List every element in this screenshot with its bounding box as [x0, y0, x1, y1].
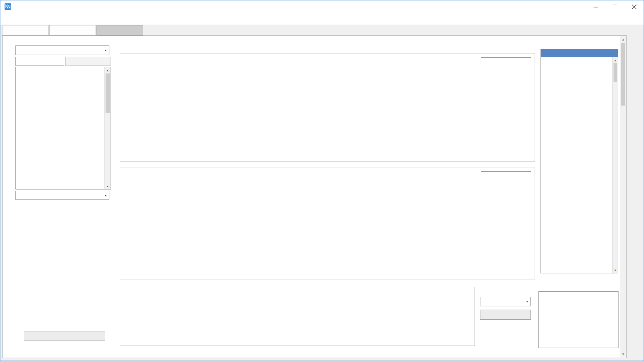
channel-select[interactable]: ▼: [480, 297, 531, 306]
minimize-button[interactable]: [586, 0, 605, 13]
window-controls: [586, 0, 644, 13]
scroll-up-icon[interactable]: ▲: [105, 67, 111, 73]
time-waveform-chart[interactable]: [120, 53, 535, 162]
app-icon: [4, 3, 12, 10]
main-scrollbar-thumb[interactable]: [621, 43, 625, 106]
app-window: ▼ ▲ ▼ ▼: [0, 0, 644, 361]
analysis-type-select[interactable]: ▼: [15, 191, 109, 200]
chevron-down-icon: ▼: [102, 49, 109, 52]
overview-waveform-chart[interactable]: [120, 287, 475, 346]
tab-channel-settings[interactable]: [49, 25, 96, 35]
scroll-up-icon[interactable]: ▲: [620, 36, 626, 42]
chart1-legend: [481, 57, 531, 58]
tree-scrollbar-thumb[interactable]: [106, 73, 110, 113]
menu-about[interactable]: [45, 17, 56, 21]
close-icon: [632, 5, 636, 9]
data-panel-scrollbar-thumb[interactable]: [614, 63, 617, 82]
tab-bar: [0, 25, 644, 35]
close-button[interactable]: [624, 0, 644, 13]
data-panel-header: [541, 49, 618, 57]
minimize-icon: [593, 5, 598, 9]
chart2-legend: [481, 171, 531, 172]
tab-time-frequency-analysis[interactable]: [96, 25, 143, 35]
titlebar: [0, 0, 644, 13]
selection-info-panel: [538, 291, 619, 348]
data-panel-scrollbar[interactable]: ▲ ▼: [612, 57, 618, 273]
main-panel: ▼ ▲ ▼ ▼: [2, 35, 627, 358]
scroll-down-icon[interactable]: ▼: [620, 351, 626, 357]
file-format-select[interactable]: ▼: [15, 45, 109, 55]
maximize-button[interactable]: [605, 0, 624, 13]
menu-output: [35, 17, 45, 21]
scroll-down-icon[interactable]: ▼: [105, 183, 111, 189]
scroll-down-icon[interactable]: ▼: [613, 267, 618, 273]
scroll-up-icon[interactable]: ▲: [613, 57, 618, 63]
maximize-icon: [613, 5, 617, 9]
chevron-down-icon: ▼: [524, 300, 530, 303]
menu-bar: [0, 13, 644, 25]
chevron-down-icon: ▼: [102, 194, 109, 197]
menu-apply[interactable]: [24, 17, 35, 21]
confirm-button[interactable]: [480, 310, 531, 320]
load-button[interactable]: [24, 331, 105, 341]
menu-settings[interactable]: [13, 17, 24, 21]
tree-scrollbar[interactable]: ▲ ▼: [104, 67, 111, 189]
menu-file[interactable]: [2, 17, 13, 21]
filter-input[interactable]: [15, 57, 64, 66]
main-scrollbar[interactable]: ▲ ▼: [620, 36, 626, 357]
format-button[interactable]: [65, 57, 111, 66]
file-tree-panel: ▲ ▼: [15, 67, 111, 189]
tab-document-settings[interactable]: [2, 25, 49, 35]
cursor-data-panel: ▲ ▼: [540, 49, 618, 273]
octave-spectrum-chart[interactable]: [120, 167, 535, 280]
